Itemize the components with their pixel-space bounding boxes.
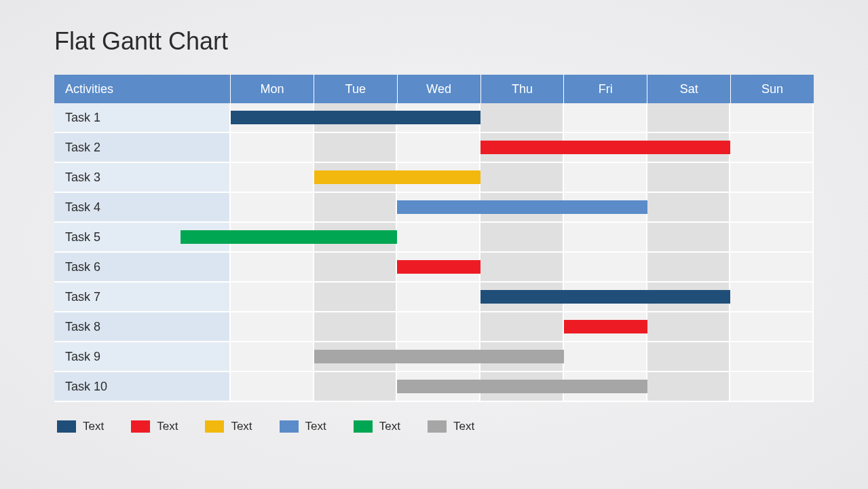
legend-label: Text (305, 420, 326, 433)
task-row: Task 7 (54, 283, 814, 312)
task-label: Task 7 (54, 283, 231, 311)
legend-item: Text (428, 420, 474, 433)
day-cell (231, 312, 314, 341)
day-cell (730, 342, 814, 371)
task-label: Task 3 (54, 163, 231, 192)
legend-item: Text (280, 420, 326, 433)
day-cell (314, 133, 398, 162)
day-cell (647, 253, 731, 281)
day-cell (647, 103, 731, 132)
day-header-mon: Mon (231, 75, 314, 103)
gantt-bar (314, 350, 564, 363)
legend-swatch (131, 420, 150, 433)
day-cell (231, 163, 314, 192)
legend-item: Text (205, 420, 252, 433)
day-cell (730, 103, 814, 132)
day-header-sat: Sat (647, 75, 731, 103)
slide: Flat Gantt Chart Activities Mon Tue Wed … (0, 0, 868, 447)
day-cell (730, 223, 814, 251)
legend-swatch (280, 420, 299, 433)
task-label: Task 9 (54, 342, 231, 371)
gantt-bar (397, 200, 647, 214)
legend-swatch (428, 420, 447, 433)
day-cell (647, 193, 731, 221)
task-row: Task 3 (54, 163, 814, 193)
gantt-body: Task 1Task 2Task 3Task 4Task 5Task 6Task… (54, 103, 814, 402)
legend-label: Text (379, 420, 400, 433)
day-cell (647, 223, 731, 251)
task-row: Task 10 (54, 372, 814, 402)
legend-swatch (57, 420, 76, 433)
gantt-bar (181, 230, 397, 244)
gantt-bar (564, 320, 647, 333)
gantt-bar (231, 111, 480, 124)
day-header-tue: Tue (314, 75, 398, 103)
day-cell (397, 223, 480, 251)
day-cell (730, 133, 814, 162)
day-cell (647, 342, 731, 371)
legend-item: Text (131, 420, 178, 433)
day-header-wed: Wed (398, 75, 481, 103)
gantt-chart: Activities Mon Tue Wed Thu Fri Sat Sun T… (54, 75, 814, 402)
day-cell (314, 312, 398, 341)
day-cell (480, 163, 564, 192)
legend-label: Text (231, 420, 252, 433)
legend-item: Text (57, 420, 104, 433)
day-cell (564, 342, 647, 371)
task-row: Task 6 (54, 253, 814, 283)
task-label: Task 2 (54, 133, 231, 162)
day-cell (647, 163, 731, 192)
gantt-bar (480, 290, 730, 304)
page-title: Flat Gantt Chart (54, 27, 814, 56)
day-cell (647, 372, 731, 401)
task-row: Task 8 (54, 312, 814, 342)
task-label: Task 1 (54, 103, 231, 132)
day-cell (480, 253, 564, 281)
day-cell (397, 312, 480, 341)
task-row: Task 9 (54, 342, 814, 372)
legend-label: Text (157, 420, 178, 433)
day-cell (480, 223, 564, 251)
day-cell (231, 133, 314, 162)
day-cell (231, 193, 314, 221)
day-cell (564, 253, 647, 281)
day-cell (730, 253, 814, 281)
task-label: Task 4 (54, 193, 231, 221)
legend-swatch (205, 420, 224, 433)
day-cell (730, 283, 814, 311)
day-header-sun: Sun (731, 75, 814, 103)
legend: TextTextTextTextTextText (54, 420, 814, 433)
day-cell (314, 193, 398, 221)
day-cell (397, 133, 480, 162)
activities-header: Activities (54, 75, 231, 103)
day-cell (564, 163, 647, 192)
day-cell (314, 253, 398, 281)
gantt-bar (397, 380, 647, 393)
gantt-bar (397, 260, 480, 274)
task-row: Task 2 (54, 133, 814, 163)
day-cell (314, 283, 398, 311)
day-cell (231, 253, 314, 281)
day-cell (397, 283, 480, 311)
day-cell (730, 163, 814, 192)
day-cell (231, 283, 314, 311)
day-cell (730, 372, 814, 401)
day-cell (647, 312, 731, 341)
day-header-fri: Fri (564, 75, 647, 103)
gantt-bar (314, 170, 480, 184)
day-cell (730, 193, 814, 221)
day-cell (314, 372, 398, 401)
day-cell (480, 103, 564, 132)
legend-item: Text (354, 420, 400, 433)
task-label: Task 6 (54, 253, 231, 281)
task-row: Task 4 (54, 193, 814, 223)
task-row: Task 5 (54, 223, 814, 253)
day-cell (564, 223, 647, 251)
day-header-thu: Thu (481, 75, 565, 103)
day-cell (231, 342, 314, 371)
gantt-header-row: Activities Mon Tue Wed Thu Fri Sat Sun (54, 75, 814, 103)
day-cell (730, 312, 814, 341)
day-cell (480, 312, 564, 341)
task-row: Task 1 (54, 103, 814, 133)
day-cell (231, 372, 314, 401)
